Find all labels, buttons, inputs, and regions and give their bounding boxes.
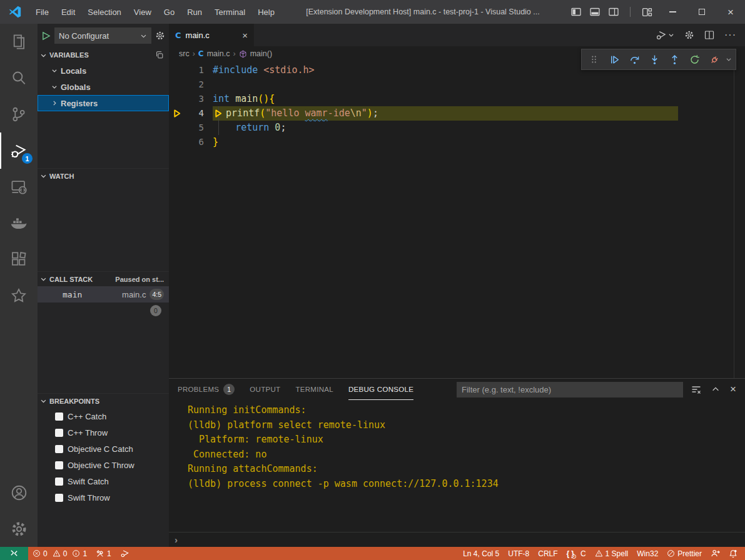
favorites-star-icon[interactable] [0,278,38,314]
active-view-indicator [0,132,1,169]
session-row[interactable]: 0 [38,302,169,318]
menu-file[interactable]: File [29,0,55,24]
debug-console-input[interactable]: › [169,532,745,547]
formatter-status[interactable]: Prettier [662,547,706,560]
remote-explorer-icon[interactable] [0,169,38,205]
close-panel-icon[interactable]: × [730,383,736,396]
problems-status[interactable]: 0 0 1 [28,547,91,560]
checkbox[interactable] [55,461,63,469]
settings-gear-icon[interactable] [0,511,38,547]
menu-run[interactable]: Run [181,0,208,24]
checkbox[interactable] [55,478,63,486]
breakpoint-swift-throw[interactable]: Swift Throw [38,489,169,506]
step-into-button[interactable] [646,51,663,68]
spell-checker-status[interactable]: 1 Spell [590,547,633,560]
breakpoints-section-header[interactable]: BREAKPOINTS [38,393,169,408]
editor-settings-gear-icon[interactable] [684,30,694,40]
explorer-icon[interactable] [0,24,38,60]
watch-section-header[interactable]: WATCH [38,168,169,183]
restart-button[interactable] [686,51,703,68]
accounts-icon[interactable] [0,474,38,511]
language-mode[interactable]: { }× C [562,547,590,560]
step-over-button[interactable] [626,51,643,68]
chevron-down-icon[interactable] [726,56,732,62]
tab-problems[interactable]: PROBLEMS 1 [178,379,235,400]
breakpoint-swift-catch[interactable]: Swift Catch [38,473,169,489]
encoding-indicator[interactable]: UTF-8 [504,547,534,560]
variables-scope-globals[interactable]: Globals [38,79,169,95]
breadcrumb-symbol[interactable]: main() [250,49,272,58]
stack-frame-row[interactable]: main main.c 4:5 [38,286,169,302]
remote-indicator[interactable] [0,547,28,560]
console-filter-input[interactable] [457,382,683,398]
code-token: 0 [275,121,280,135]
tab-main-c[interactable]: C main.c × [169,24,254,46]
breadcrumb-file[interactable]: main.c [207,49,230,58]
debug-paused-arrow-icon[interactable] [173,109,182,118]
eol-indicator[interactable]: CRLF [534,547,562,560]
debug-configuration-dropdown[interactable]: No Configurat [54,28,151,44]
variables-scope-locals[interactable]: Locals [38,62,169,79]
checkbox[interactable] [55,429,63,437]
error-icon [33,549,41,558]
minimize-button[interactable] [659,0,687,24]
code-editor[interactable]: 1 #include <stdio.h> 2 3 int main(){ 4 [169,61,745,378]
debug-status[interactable] [116,547,134,560]
code-line-6: 6 } [169,135,745,149]
launch-settings-gear-icon[interactable] [155,31,165,41]
tab-output[interactable]: OUTPUT [250,379,280,400]
customize-layout-icon[interactable] [642,7,652,18]
close-button[interactable]: × [716,0,745,24]
run-and-debug-icon[interactable]: 1 [0,132,38,169]
breakpoint-cpp-catch[interactable]: C++ Catch [38,408,169,424]
extensions-icon[interactable] [0,241,38,278]
maximize-panel-icon[interactable] [711,385,720,394]
docker-icon[interactable] [0,205,38,241]
continue-button[interactable] [606,51,623,68]
menu-terminal[interactable]: Terminal [208,0,251,24]
breakpoint-objc-throw[interactable]: Objective C Throw [38,457,169,473]
variables-section-header[interactable]: VARIABLES [38,48,169,62]
toggle-panel-icon[interactable] [590,7,600,17]
editor-scrollbar[interactable] [734,61,734,378]
breadcrumb-folder[interactable]: src [179,49,190,58]
copy-value-icon[interactable] [155,51,164,59]
menu-edit[interactable]: Edit [55,0,81,24]
source-control-icon[interactable] [0,96,38,132]
menu-help[interactable]: Help [251,0,281,24]
call-stack-section-header[interactable]: CALL STACK Paused on st... [38,271,169,286]
menu-view[interactable]: View [128,0,158,24]
notifications-bell[interactable] [724,547,745,560]
more-actions-icon[interactable]: ··· [724,29,736,41]
toolbar-drag-handle[interactable] [585,51,603,68]
tab-debug-console[interactable]: DEBUG CONSOLE [348,379,413,400]
breakpoint-cpp-throw[interactable]: C++ Throw [38,424,169,441]
disconnect-button[interactable] [706,51,723,68]
breakpoint-objc-catch[interactable]: Objective C Catch [38,441,169,457]
feedback-status[interactable] [706,547,724,560]
tab-label: main.c [186,31,210,40]
start-debugging-button[interactable] [41,31,51,41]
tab-terminal[interactable]: TERMINAL [295,379,333,400]
search-icon[interactable] [0,60,38,96]
restore-button[interactable] [687,0,716,24]
checkbox[interactable] [55,494,63,502]
clear-console-icon[interactable] [691,384,701,394]
step-out-button[interactable] [666,51,683,68]
title-bar: File Edit Selection View Go Run Terminal… [0,0,745,24]
menu-go[interactable]: Go [158,0,181,24]
checkbox[interactable] [55,445,63,453]
checkbox[interactable] [55,412,63,421]
split-editor-icon[interactable] [704,30,714,40]
ports-status[interactable]: 1 [91,547,116,560]
close-tab-icon[interactable]: × [242,30,248,41]
variables-scope-registers[interactable]: Registers [38,95,169,111]
run-or-debug-button[interactable] [656,29,674,41]
debug-console-output[interactable]: Running initCommands: (lldb) platform se… [169,400,745,532]
platform-indicator[interactable]: Win32 [632,547,662,560]
warning-icon [595,549,603,558]
cursor-position[interactable]: Ln 4, Col 5 [459,547,504,560]
toggle-secondary-sidebar-icon[interactable] [609,7,619,17]
toggle-sidebar-icon[interactable] [571,7,581,17]
menu-selection[interactable]: Selection [81,0,127,24]
